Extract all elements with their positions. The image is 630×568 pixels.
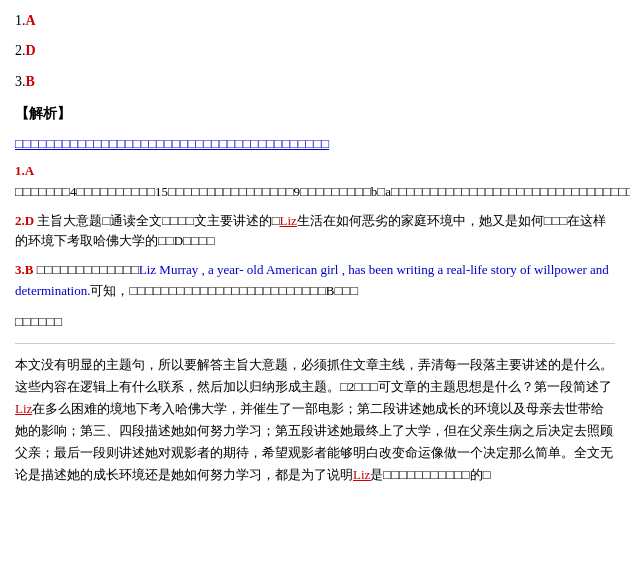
bottom-liz-1: Liz [15, 401, 32, 416]
answer-1-number: 1. [15, 13, 26, 28]
analysis-2d-liz: Liz [280, 213, 297, 228]
analysis-1a: 1.A □□□□□□□4□□□□□□□□□□15□□□□□□□□□□□□□□□□… [15, 161, 615, 203]
analysis-1a-label: 1.A [15, 163, 34, 178]
divider-label: □□□□□□ [15, 312, 615, 333]
analysis-3b: 3.B □□□□□□□□□□□□□Liz Murray , a year- ol… [15, 260, 615, 302]
bottom-liz-2: Liz [353, 467, 370, 482]
analysis-2d-text1: 主旨大意题□通读全文□□□□文主要讲述的□ [37, 213, 279, 228]
section-header: 【解析】 [15, 103, 615, 125]
bottom-analysis: 本文没有明显的主题句，所以要解答主旨大意题，必须抓住文章主线，弄清每一段落主要讲… [15, 354, 615, 487]
analysis-1a-text: □□□□□□□4□□□□□□□□□□15□□□□□□□□□□□□□□□□9□□□… [15, 184, 630, 199]
answer-3-letter: B [26, 74, 35, 89]
bottom-text-3: 是□□□□□□□□□□□的□ [370, 467, 490, 482]
answers-section: 1.A 2.D 3.B [15, 10, 615, 93]
answer-2-number: 2. [15, 43, 26, 58]
answer-3: 3.B [15, 71, 615, 93]
bottom-text-2: 在多么困难的境地下考入哈佛大学，并催生了一部电影；第二段讲述她成长的环境以及母亲… [15, 401, 613, 482]
analysis-3b-label: 3.B [15, 262, 33, 277]
horizontal-rule [15, 343, 615, 344]
analysis-2d: 2.D 主旨大意题□通读全文□□□□文主要讲述的□Liz生活在如何恶劣的家庭环境… [15, 211, 615, 253]
answer-2-letter: D [26, 43, 36, 58]
answer-1-letter: A [26, 13, 36, 28]
analysis-3b-before: □□□□□□□□□□□□□ [37, 262, 139, 277]
analysis-2d-label: 2.D [15, 213, 34, 228]
blue-intro-line: □□□□□□□□□□□□□□□□□□□□□□□□□□□□□□□□□□□□□□□□ [15, 134, 615, 154]
answer-3-number: 3. [15, 74, 26, 89]
answer-1: 1.A [15, 10, 615, 32]
bottom-text-1: 本文没有明显的主题句，所以要解答主旨大意题，必须抓住文章主线，弄清每一段落主要讲… [15, 357, 613, 394]
analysis-3b-after: 可知，□□□□□□□□□□□□□□□□□□□□□□□□□B□□□ [90, 283, 358, 298]
answer-2: 2.D [15, 40, 615, 62]
